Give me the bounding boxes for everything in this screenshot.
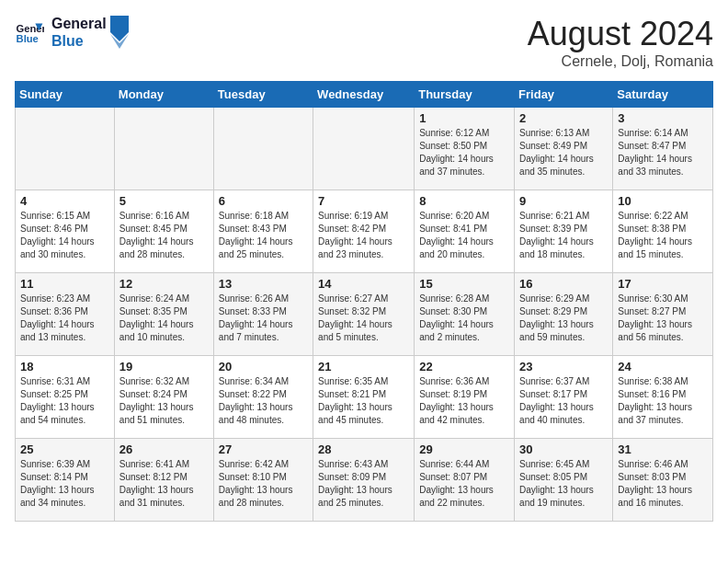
day-number: 13 xyxy=(219,277,308,291)
day-info: Sunrise: 6:45 AM Sunset: 8:05 PM Dayligh… xyxy=(519,458,608,510)
calendar-day-cell-5: 5Sunrise: 6:16 AM Sunset: 8:45 PM Daylig… xyxy=(114,190,213,273)
day-info: Sunrise: 6:18 AM Sunset: 8:43 PM Dayligh… xyxy=(219,210,308,261)
day-info: Sunrise: 6:39 AM Sunset: 8:14 PM Dayligh… xyxy=(20,458,109,510)
day-number: 18 xyxy=(20,360,109,373)
day-number: 1 xyxy=(419,111,509,125)
day-info: Sunrise: 6:15 AM Sunset: 8:46 PM Dayligh… xyxy=(20,210,109,261)
logo-general: General xyxy=(51,15,107,32)
day-number: 20 xyxy=(219,360,308,373)
calendar-day-cell-9: 9Sunrise: 6:21 AM Sunset: 8:39 PM Daylig… xyxy=(515,190,613,273)
calendar-day-cell-2: 2Sunrise: 6:13 AM Sunset: 8:49 PM Daylig… xyxy=(515,108,613,190)
logo: General Blue General Blue xyxy=(15,15,129,50)
calendar-day-cell-15: 15Sunrise: 6:28 AM Sunset: 8:30 PM Dayli… xyxy=(415,273,515,356)
day-info: Sunrise: 6:26 AM Sunset: 8:33 PM Dayligh… xyxy=(219,293,308,344)
day-number: 8 xyxy=(419,194,509,208)
day-number: 27 xyxy=(219,442,308,456)
day-info: Sunrise: 6:27 AM Sunset: 8:32 PM Dayligh… xyxy=(318,293,409,344)
calendar-day-cell-31: 31Sunrise: 6:46 AM Sunset: 8:03 PM Dayli… xyxy=(613,439,713,522)
day-number: 29 xyxy=(419,442,509,456)
empty-day-cell xyxy=(313,108,415,190)
day-info: Sunrise: 6:35 AM Sunset: 8:21 PM Dayligh… xyxy=(318,375,409,427)
day-info: Sunrise: 6:28 AM Sunset: 8:30 PM Dayligh… xyxy=(419,293,509,344)
calendar-day-cell-21: 21Sunrise: 6:35 AM Sunset: 8:21 PM Dayli… xyxy=(313,356,415,439)
header-friday: Friday xyxy=(515,82,613,108)
day-info: Sunrise: 6:38 AM Sunset: 8:16 PM Dayligh… xyxy=(618,375,708,427)
day-info: Sunrise: 6:32 AM Sunset: 8:24 PM Dayligh… xyxy=(119,375,209,427)
day-number: 9 xyxy=(519,194,608,208)
day-info: Sunrise: 6:37 AM Sunset: 8:17 PM Dayligh… xyxy=(519,375,608,427)
day-number: 28 xyxy=(318,442,409,456)
calendar-day-cell-16: 16Sunrise: 6:29 AM Sunset: 8:29 PM Dayli… xyxy=(515,273,613,356)
calendar-day-cell-19: 19Sunrise: 6:32 AM Sunset: 8:24 PM Dayli… xyxy=(114,356,213,439)
day-info: Sunrise: 6:14 AM Sunset: 8:47 PM Dayligh… xyxy=(618,127,708,178)
day-number: 7 xyxy=(318,194,409,208)
calendar-header-row: SundayMondayTuesdayWednesdayThursdayFrid… xyxy=(16,82,713,108)
day-number: 16 xyxy=(519,277,608,291)
day-number: 24 xyxy=(618,360,708,373)
calendar-day-cell-27: 27Sunrise: 6:42 AM Sunset: 8:10 PM Dayli… xyxy=(213,439,313,522)
day-info: Sunrise: 6:44 AM Sunset: 8:07 PM Dayligh… xyxy=(419,458,509,510)
calendar-day-cell-29: 29Sunrise: 6:44 AM Sunset: 8:07 PM Dayli… xyxy=(415,439,515,522)
day-number: 15 xyxy=(419,277,509,291)
calendar-day-cell-12: 12Sunrise: 6:24 AM Sunset: 8:35 PM Dayli… xyxy=(114,273,213,356)
calendar-table: SundayMondayTuesdayWednesdayThursdayFrid… xyxy=(15,81,713,522)
header-monday: Monday xyxy=(114,82,213,108)
header-tuesday: Tuesday xyxy=(213,82,313,108)
calendar-day-cell-17: 17Sunrise: 6:30 AM Sunset: 8:27 PM Dayli… xyxy=(613,273,713,356)
day-info: Sunrise: 6:43 AM Sunset: 8:09 PM Dayligh… xyxy=(318,458,409,510)
day-info: Sunrise: 6:16 AM Sunset: 8:45 PM Dayligh… xyxy=(119,210,209,261)
day-info: Sunrise: 6:36 AM Sunset: 8:19 PM Dayligh… xyxy=(419,375,509,427)
day-number: 11 xyxy=(20,277,109,291)
header-saturday: Saturday xyxy=(613,82,713,108)
calendar-day-cell-20: 20Sunrise: 6:34 AM Sunset: 8:22 PM Dayli… xyxy=(213,356,313,439)
calendar-day-cell-3: 3Sunrise: 6:14 AM Sunset: 8:47 PM Daylig… xyxy=(613,108,713,190)
empty-day-cell xyxy=(213,108,313,190)
day-info: Sunrise: 6:12 AM Sunset: 8:50 PM Dayligh… xyxy=(419,127,509,178)
title-block: August 2024 Cernele, Dolj, Romania xyxy=(528,15,713,70)
day-number: 5 xyxy=(119,194,209,208)
svg-text:Blue: Blue xyxy=(17,33,39,44)
calendar-day-cell-1: 1Sunrise: 6:12 AM Sunset: 8:50 PM Daylig… xyxy=(415,108,515,190)
calendar-day-cell-23: 23Sunrise: 6:37 AM Sunset: 8:17 PM Dayli… xyxy=(515,356,613,439)
month-year-title: August 2024 xyxy=(528,15,713,53)
header-thursday: Thursday xyxy=(415,82,515,108)
calendar-week-row: 11Sunrise: 6:23 AM Sunset: 8:36 PM Dayli… xyxy=(16,273,713,356)
day-info: Sunrise: 6:34 AM Sunset: 8:22 PM Dayligh… xyxy=(219,375,308,427)
day-number: 14 xyxy=(318,277,409,291)
calendar-day-cell-8: 8Sunrise: 6:20 AM Sunset: 8:41 PM Daylig… xyxy=(415,190,515,273)
day-number: 19 xyxy=(119,360,209,373)
day-info: Sunrise: 6:29 AM Sunset: 8:29 PM Dayligh… xyxy=(519,293,608,344)
calendar-day-cell-26: 26Sunrise: 6:41 AM Sunset: 8:12 PM Dayli… xyxy=(114,439,213,522)
location-subtitle: Cernele, Dolj, Romania xyxy=(528,53,713,70)
header-sunday: Sunday xyxy=(16,82,115,108)
day-number: 31 xyxy=(618,442,708,456)
calendar-day-cell-4: 4Sunrise: 6:15 AM Sunset: 8:46 PM Daylig… xyxy=(16,190,115,273)
calendar-day-cell-18: 18Sunrise: 6:31 AM Sunset: 8:25 PM Dayli… xyxy=(16,356,115,439)
day-number: 3 xyxy=(618,111,708,125)
calendar-day-cell-7: 7Sunrise: 6:19 AM Sunset: 8:42 PM Daylig… xyxy=(313,190,415,273)
day-info: Sunrise: 6:30 AM Sunset: 8:27 PM Dayligh… xyxy=(618,293,708,344)
day-info: Sunrise: 6:23 AM Sunset: 8:36 PM Dayligh… xyxy=(20,293,109,344)
day-info: Sunrise: 6:20 AM Sunset: 8:41 PM Dayligh… xyxy=(419,210,509,261)
day-info: Sunrise: 6:42 AM Sunset: 8:10 PM Dayligh… xyxy=(219,458,308,510)
day-info: Sunrise: 6:46 AM Sunset: 8:03 PM Dayligh… xyxy=(618,458,708,510)
day-number: 4 xyxy=(20,194,109,208)
empty-day-cell xyxy=(16,108,115,190)
logo-blue: Blue xyxy=(51,32,107,50)
day-info: Sunrise: 6:22 AM Sunset: 8:38 PM Dayligh… xyxy=(618,210,708,261)
logo-arrow-icon xyxy=(110,16,129,49)
day-number: 30 xyxy=(519,442,608,456)
day-info: Sunrise: 6:13 AM Sunset: 8:49 PM Dayligh… xyxy=(519,127,608,178)
calendar-day-cell-11: 11Sunrise: 6:23 AM Sunset: 8:36 PM Dayli… xyxy=(16,273,115,356)
day-info: Sunrise: 6:24 AM Sunset: 8:35 PM Dayligh… xyxy=(119,293,209,344)
day-number: 23 xyxy=(519,360,608,373)
day-info: Sunrise: 6:19 AM Sunset: 8:42 PM Dayligh… xyxy=(318,210,409,261)
calendar-week-row: 1Sunrise: 6:12 AM Sunset: 8:50 PM Daylig… xyxy=(16,108,713,190)
day-number: 10 xyxy=(618,194,708,208)
calendar-day-cell-13: 13Sunrise: 6:26 AM Sunset: 8:33 PM Dayli… xyxy=(213,273,313,356)
calendar-day-cell-22: 22Sunrise: 6:36 AM Sunset: 8:19 PM Dayli… xyxy=(415,356,515,439)
day-number: 22 xyxy=(419,360,509,373)
calendar-day-cell-10: 10Sunrise: 6:22 AM Sunset: 8:38 PM Dayli… xyxy=(613,190,713,273)
calendar-week-row: 18Sunrise: 6:31 AM Sunset: 8:25 PM Dayli… xyxy=(16,356,713,439)
day-number: 6 xyxy=(219,194,308,208)
